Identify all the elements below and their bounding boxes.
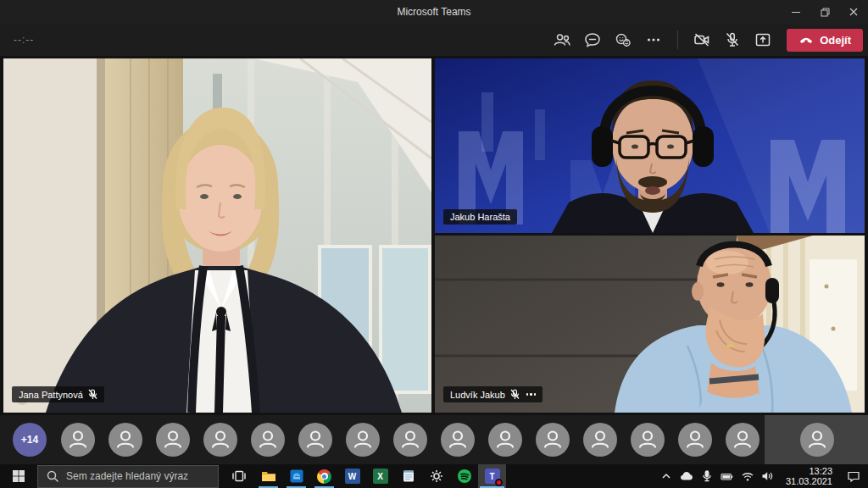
participant-avatar[interactable] [583, 423, 617, 457]
participants-icon [554, 31, 571, 48]
share-screen-button[interactable] [749, 27, 776, 53]
taskbar-search[interactable] [37, 465, 219, 488]
participant-avatar[interactable] [441, 423, 475, 457]
participant-label-ludvik: Ludvík Jakub [443, 386, 542, 402]
titlebar: Microsoft Teams [0, 0, 868, 24]
action-center-icon [847, 470, 860, 483]
taskbar-app-chrome[interactable] [310, 464, 338, 488]
camera-off-button[interactable] [688, 27, 715, 53]
teams-window: Microsoft Teams --:-- [0, 0, 868, 488]
taskbar-clock[interactable]: 13:23 31.03.2021 [781, 466, 837, 486]
minimize-button[interactable] [782, 0, 810, 24]
close-button[interactable] [839, 0, 868, 24]
minimize-icon [792, 12, 800, 13]
reactions-icon [615, 31, 632, 48]
participant-label-jakub: Jakub Harašta [443, 209, 517, 225]
video-tile-jana[interactable]: Jana Pattynová [3, 58, 431, 413]
taskbar-app-excel[interactable]: X [366, 464, 394, 488]
tray-microphone-icon[interactable] [699, 466, 715, 486]
more-options-button[interactable] [640, 27, 667, 53]
leave-button[interactable]: Odejít [787, 29, 863, 52]
chrome-icon [317, 469, 331, 484]
jakub-video-scene [435, 58, 865, 233]
tray-wifi-icon[interactable] [740, 466, 755, 486]
close-icon [849, 7, 859, 17]
participant-avatar[interactable] [108, 423, 142, 457]
participant-avatar[interactable] [251, 423, 285, 457]
action-center-button[interactable] [843, 466, 865, 486]
tray-onedrive-cloud-icon[interactable] [679, 466, 694, 486]
self-avatar [800, 423, 834, 457]
taskbar-app-teams[interactable]: T [478, 464, 506, 488]
participant-avatar[interactable] [726, 423, 760, 457]
tray-volume-icon[interactable] [760, 466, 776, 486]
toolbar-divider [677, 30, 678, 49]
participant-avatar[interactable] [298, 423, 332, 457]
task-view-icon [231, 469, 247, 484]
mic-off-button[interactable] [719, 27, 746, 53]
muted-mic-icon [510, 389, 520, 400]
windows-taskbar: W X [0, 464, 868, 488]
video-tile-jakub[interactable]: Jakub Harašta [435, 58, 865, 233]
settings-gear-icon [429, 469, 444, 484]
participant-avatar[interactable] [678, 423, 712, 457]
self-video-tile[interactable] [765, 415, 868, 464]
taskbar-app-spotify[interactable] [450, 464, 478, 488]
muted-mic-icon [88, 389, 97, 400]
participant-more-icon[interactable] [526, 393, 537, 396]
call-timer: --:-- [14, 34, 34, 46]
video-stage: Jana Pattynová [0, 56, 868, 415]
task-view-button[interactable] [224, 464, 254, 488]
restore-icon [819, 6, 831, 18]
taskbar-app-settings[interactable] [422, 464, 450, 488]
leave-button-label: Odejít [820, 34, 851, 47]
search-input[interactable] [66, 470, 210, 482]
participant-filmstrip: +14 [0, 415, 868, 464]
video-tile-ludvik[interactable]: Ludvík Jakub [435, 236, 865, 413]
start-button[interactable] [0, 464, 37, 488]
participant-avatar[interactable] [203, 423, 237, 457]
participant-avatar[interactable] [536, 423, 570, 457]
window-title: Microsoft Teams [0, 0, 868, 24]
participant-name: Ludvík Jakub [450, 390, 505, 400]
word-icon: W [345, 469, 360, 484]
overflow-count-badge[interactable]: +14 [13, 423, 47, 457]
participant-avatar[interactable] [488, 423, 522, 457]
taskbar-app-notepad[interactable] [394, 464, 422, 488]
search-icon [46, 469, 59, 483]
more-options-icon [645, 31, 662, 48]
participant-avatar[interactable] [156, 423, 190, 457]
taskbar-app-edge[interactable] [282, 464, 310, 488]
spotify-icon [457, 469, 472, 484]
call-toolbar: --:-- [0, 24, 868, 56]
hangup-icon [798, 32, 814, 47]
excel-icon: X [373, 469, 388, 484]
participant-avatar[interactable] [61, 423, 95, 457]
participant-avatar[interactable] [631, 423, 665, 457]
teams-notification-badge [495, 479, 503, 486]
participant-avatar[interactable] [393, 423, 427, 457]
notepad-icon [401, 469, 416, 484]
file-explorer-icon [261, 469, 276, 484]
participant-label-jana: Jana Pattynová [12, 386, 104, 402]
camera-off-icon [693, 31, 710, 48]
clock-date: 31.03.2021 [786, 476, 832, 486]
taskbar-app-file-explorer[interactable] [254, 464, 282, 488]
chat-icon [584, 31, 601, 48]
reactions-button[interactable] [609, 27, 637, 53]
taskbar-app-word[interactable]: W [338, 464, 366, 488]
windows-logo-icon [12, 469, 25, 483]
clock-time: 13:23 [786, 466, 832, 476]
participant-name: Jana Pattynová [19, 390, 83, 400]
chat-button[interactable] [579, 27, 606, 53]
edge-icon [289, 469, 304, 484]
mic-off-icon [724, 31, 741, 48]
participant-avatar[interactable] [346, 423, 380, 457]
participants-button[interactable] [548, 27, 576, 53]
teams-icon: T [485, 469, 500, 484]
restore-button[interactable] [810, 0, 839, 24]
jana-video-scene [3, 58, 431, 413]
tray-battery-icon[interactable] [720, 466, 735, 486]
tray-chevron-up-icon[interactable] [659, 466, 674, 486]
share-screen-icon [754, 31, 771, 48]
